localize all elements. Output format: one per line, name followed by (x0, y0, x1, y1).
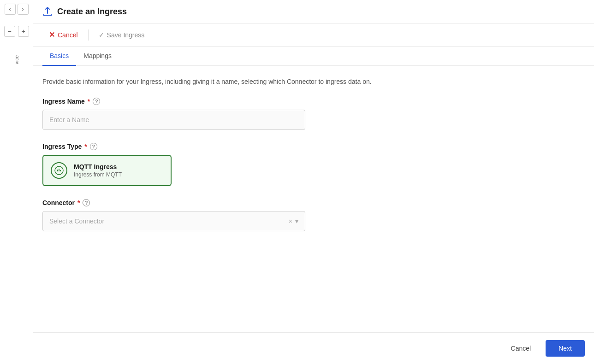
sidebar-controls: − + (4, 26, 29, 37)
sidebar-nav: ‹ › (5, 4, 29, 15)
save-ingress-label: Save Ingress (107, 31, 145, 39)
sidebar-label: vice (14, 55, 19, 65)
toolbar-divider (88, 29, 89, 41)
type-card-mqtt[interactable]: MQTT Ingress Ingress from MQTT (42, 155, 172, 186)
chevron-left-icon: ‹ (9, 6, 11, 12)
ingress-name-required: * (88, 98, 90, 105)
footer-cancel-button[interactable]: Cancel (502, 340, 541, 357)
cancel-toolbar-label: Cancel (58, 31, 78, 39)
svg-rect-1 (57, 170, 58, 171)
connector-clear-icon[interactable]: × (289, 217, 292, 225)
ingress-name-label: Ingress Name * ? (42, 98, 585, 105)
page-header: Create an Ingress (33, 0, 594, 23)
plus-icon: + (21, 28, 25, 35)
toolbar: ✕ Cancel ✓ Save Ingress (33, 23, 594, 47)
minus-icon: − (7, 28, 11, 35)
ingress-type-required: * (84, 143, 87, 150)
main-content: Create an Ingress ✕ Cancel ✓ Save Ingres… (33, 0, 594, 364)
connector-group: Connector * ? Select a Connector × ▾ (42, 199, 585, 231)
tab-basics[interactable]: Basics (42, 47, 76, 66)
footer-next-button[interactable]: Next (546, 340, 585, 357)
ingress-type-group: Ingress Type * ? MQTT Ingress (42, 143, 585, 186)
mqtt-card-subtitle: Ingress from MQTT (74, 171, 122, 178)
ingress-name-help-icon[interactable]: ? (93, 98, 100, 105)
svg-rect-3 (60, 170, 61, 171)
ingress-name-input[interactable] (42, 110, 305, 130)
mqtt-icon (51, 162, 67, 179)
ingress-name-group: Ingress Name * ? (42, 98, 585, 130)
tab-mappings[interactable]: Mappings (76, 47, 119, 66)
connector-label: Connector * ? (42, 199, 585, 206)
type-cards-container: MQTT Ingress Ingress from MQTT (42, 155, 585, 186)
connector-help-icon[interactable]: ? (83, 199, 90, 206)
form-content: Provide basic information for your Ingre… (33, 66, 594, 332)
mqtt-card-text: MQTT Ingress Ingress from MQTT (74, 163, 122, 178)
chevron-right-icon: › (22, 6, 24, 12)
upload-icon (42, 6, 53, 17)
x-icon: ✕ (49, 30, 55, 39)
footer: Cancel Next (33, 332, 594, 364)
sidebar-next-button[interactable]: › (18, 4, 29, 15)
save-ingress-button[interactable]: ✓ Save Ingress (92, 29, 151, 41)
form-description: Provide basic information for your Ingre… (42, 77, 585, 87)
tabs-bar: Basics Mappings (33, 47, 594, 66)
connector-required: * (77, 199, 80, 206)
connector-select[interactable]: Select a Connector × ▾ (42, 211, 305, 231)
ingress-type-help-icon[interactable]: ? (90, 143, 97, 150)
ingress-type-label: Ingress Type * ? (42, 143, 585, 150)
connector-dropdown-icon[interactable]: ▾ (295, 217, 298, 225)
connector-select-controls: × ▾ (289, 217, 298, 225)
page-title: Create an Ingress (57, 7, 127, 17)
sidebar-prev-button[interactable]: ‹ (5, 4, 16, 15)
mqtt-card-title: MQTT Ingress (74, 163, 122, 170)
svg-rect-2 (59, 169, 59, 171)
sidebar-plus-button[interactable]: + (18, 26, 29, 37)
sidebar: ‹ › − + vice (0, 0, 33, 364)
connector-placeholder: Select a Connector (49, 217, 104, 225)
cancel-toolbar-button[interactable]: ✕ Cancel (42, 28, 84, 42)
check-icon: ✓ (99, 31, 104, 39)
sidebar-minus-button[interactable]: − (4, 26, 15, 37)
